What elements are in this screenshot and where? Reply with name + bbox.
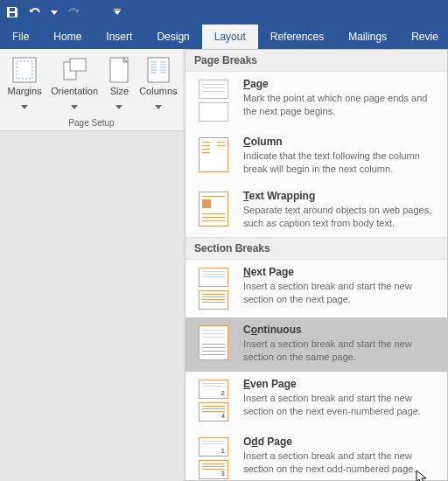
menu-item-continuous[interactable]: Continuous Insert a section break and st… xyxy=(186,317,447,372)
chevron-down-icon xyxy=(21,101,28,113)
page-break-icon xyxy=(194,78,233,122)
save-icon[interactable] xyxy=(5,5,19,19)
continuous-icon xyxy=(194,324,233,364)
tab-design[interactable]: Design xyxy=(144,24,201,49)
tab-insert[interactable]: Insert xyxy=(94,24,144,49)
menu-item-text-wrapping[interactable]: Text Wrapping Separate text around objec… xyxy=(186,184,447,238)
section-header-page-breaks: Page Breaks xyxy=(186,50,447,72)
undo-more-caret-icon[interactable] xyxy=(51,6,58,18)
group-label-page-setup: Page Setup xyxy=(0,118,183,130)
menu-item-odd-page[interactable]: 1 3 Odd Page Insert a section break and … xyxy=(186,429,447,481)
chevron-down-icon xyxy=(116,101,122,113)
size-icon xyxy=(105,56,133,84)
even-page-icon: 2 4 xyxy=(194,378,233,422)
undo-icon[interactable] xyxy=(28,5,42,19)
redo-icon xyxy=(66,5,80,19)
breaks-dropdown: Page Breaks Page Mark the point at which… xyxy=(185,49,448,481)
tab-home[interactable]: Home xyxy=(41,24,94,49)
tab-mailings[interactable]: Mailings xyxy=(336,24,399,49)
tab-review[interactable]: Revie xyxy=(399,24,448,49)
margins-label: Margins xyxy=(8,87,42,96)
customize-qat-caret-icon[interactable] xyxy=(114,6,121,18)
chevron-down-icon xyxy=(71,101,78,113)
orientation-label: Orientation xyxy=(51,87,98,96)
margins-button[interactable]: Margins xyxy=(4,54,46,115)
menu-item-page[interactable]: Page Mark the point at which one page en… xyxy=(186,72,447,129)
tab-references[interactable]: References xyxy=(258,24,336,49)
chevron-down-icon xyxy=(155,101,162,113)
svg-rect-0 xyxy=(114,9,121,10)
next-page-icon xyxy=(194,266,233,310)
menu-item-column[interactable]: Column Indicate that the text following … xyxy=(186,129,447,184)
menu-item-next-page[interactable]: Next Page Insert a section break and sta… xyxy=(186,260,447,317)
size-button[interactable]: Size xyxy=(103,54,136,115)
section-header-section-breaks: Section Breaks xyxy=(186,237,447,260)
column-break-icon xyxy=(194,136,233,176)
columns-label: Columns xyxy=(139,87,177,96)
quick-access-toolbar xyxy=(0,0,448,24)
menu-item-even-page[interactable]: 2 4 Even Page Insert a section break and… xyxy=(186,372,447,429)
svg-rect-4 xyxy=(70,59,86,71)
orientation-icon xyxy=(60,56,88,84)
size-label: Size xyxy=(110,87,129,96)
odd-page-icon: 1 3 xyxy=(194,436,233,479)
tab-file[interactable]: File xyxy=(0,24,41,49)
tab-layout[interactable]: Layout xyxy=(202,24,258,49)
text-wrapping-icon xyxy=(194,190,233,230)
margins-icon xyxy=(10,56,38,84)
orientation-button[interactable]: Orientation xyxy=(47,54,102,115)
group-page-setup: Margins Orientation Size xyxy=(0,49,184,130)
columns-button[interactable]: Columns xyxy=(137,54,179,115)
columns-icon xyxy=(144,56,172,84)
ribbon-tabs: File Home Insert Design Layout Reference… xyxy=(0,24,448,49)
